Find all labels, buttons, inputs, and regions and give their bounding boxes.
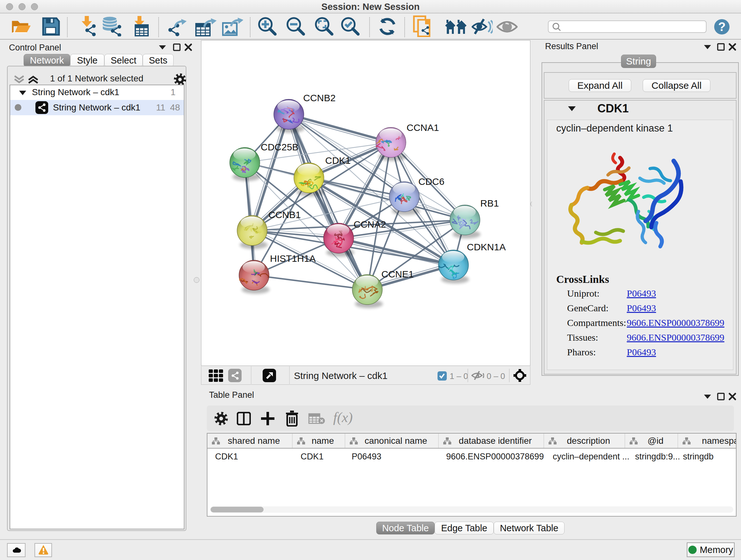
svg-text:CDC6: CDC6 [418,176,445,187]
svg-text:CDK1: CDK1 [325,155,351,166]
svg-text:RB1: RB1 [480,198,499,208]
svg-text:CCNE1: CCNE1 [381,269,414,279]
svg-text:CCNA1: CCNA1 [407,122,439,133]
svg-text:CDC25B: CDC25B [261,142,298,152]
svg-text:CCNB1: CCNB1 [268,209,301,220]
svg-text:HIST1H1A: HIST1H1A [270,253,316,264]
svg-text:CCNB2: CCNB2 [303,92,336,103]
svg-text:CDKN1A: CDKN1A [467,242,506,252]
svg-text:CCNA2: CCNA2 [354,219,386,230]
